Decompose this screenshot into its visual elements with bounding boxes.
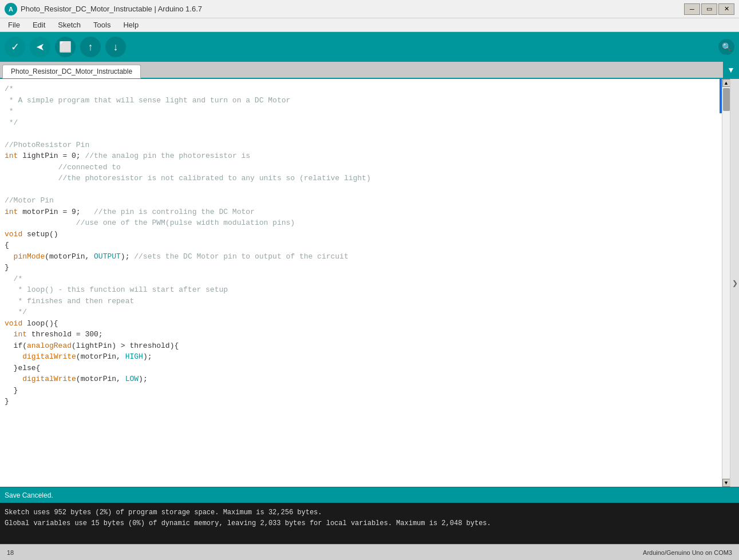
- console-line-1: Sketch uses 952 bytes (2%) of program st…: [5, 507, 734, 518]
- scroll-up-arrow[interactable]: ▲: [722, 79, 730, 87]
- editor-wrapper: /* * A simple program that will sense li…: [0, 79, 739, 487]
- status-bar: Save Canceled.: [0, 487, 739, 503]
- menu-help[interactable]: Help: [117, 19, 144, 30]
- board-info: Arduino/Genuino Uno on COM3: [643, 549, 732, 556]
- arduino-logo: A: [5, 3, 17, 15]
- menu-edit[interactable]: Edit: [27, 19, 51, 30]
- title-bar: A Photo_Resistor_DC_Motor_Instructable |…: [0, 0, 739, 18]
- main-window: A Photo_Resistor_DC_Motor_Instructable |…: [0, 0, 739, 560]
- window-title: Photo_Resistor_DC_Motor_Instructable | A…: [21, 5, 202, 13]
- tab-bar: Photo_Resistor_DC_Motor_Instructable ▼: [0, 62, 739, 79]
- maximize-button[interactable]: ▭: [701, 3, 717, 15]
- minimize-button[interactable]: ─: [684, 3, 700, 15]
- editor-container: /* * A simple program that will sense li…: [0, 79, 730, 487]
- line-number: 18: [7, 549, 14, 556]
- accent-bar: [720, 79, 722, 113]
- right-collapse-panel[interactable]: ❯: [730, 79, 739, 487]
- window-controls: ─ ▭ ✕: [684, 3, 734, 15]
- save-button[interactable]: ↓: [105, 37, 126, 57]
- open-button[interactable]: ↑: [80, 37, 101, 57]
- scroll-thumb[interactable]: [723, 88, 730, 111]
- menu-bar: File Edit Sketch Tools Help: [0, 18, 739, 32]
- code-editor[interactable]: /* * A simple program that will sense li…: [0, 79, 722, 487]
- console-line-2: Global variables use 15 bytes (0%) of dy…: [5, 518, 734, 529]
- vertical-scrollbar[interactable]: ▲ ▼: [722, 79, 730, 487]
- console-output: Sketch uses 952 bytes (2%) of program st…: [0, 503, 739, 544]
- status-message: Save Canceled.: [5, 491, 53, 499]
- upload-button[interactable]: ➤: [30, 37, 50, 57]
- close-button[interactable]: ✕: [718, 3, 734, 15]
- tab-dropdown-button[interactable]: ▼: [723, 62, 739, 78]
- verify-button[interactable]: ✓: [5, 37, 25, 57]
- menu-tools[interactable]: Tools: [88, 19, 116, 30]
- menu-file[interactable]: File: [2, 19, 26, 30]
- new-button[interactable]: ⬜: [55, 37, 76, 57]
- bottom-status-bar: 18 Arduino/Genuino Uno on COM3: [0, 544, 739, 560]
- title-bar-left: A Photo_Resistor_DC_Motor_Instructable |…: [5, 3, 202, 15]
- toolbar: ✓ ➤ ⬜ ↑ ↓ 🔍: [0, 32, 739, 62]
- menu-sketch[interactable]: Sketch: [52, 19, 86, 30]
- search-icon[interactable]: 🔍: [718, 39, 734, 55]
- tab-main[interactable]: Photo_Resistor_DC_Motor_Instructable: [2, 65, 141, 78]
- scroll-down-arrow[interactable]: ▼: [722, 479, 730, 487]
